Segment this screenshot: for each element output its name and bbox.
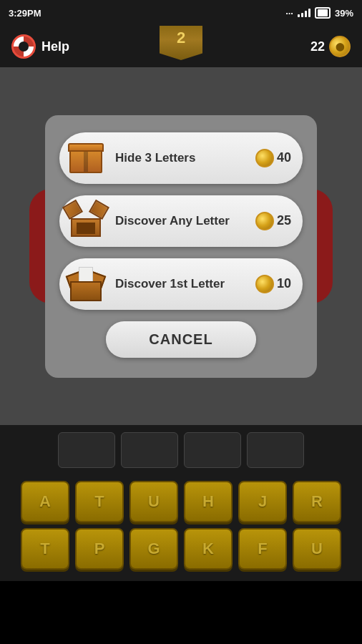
cost-coin-icon-3 [255,275,274,293]
help-button[interactable]: Help [11,34,69,59]
hide-3-label: Hide 3 Letters [115,151,247,165]
level-number: 2 [160,26,202,60]
discover-any-letter-button[interactable]: Discover Any Letter 25 [59,195,303,247]
keyboard-row-2: TPGKFU [6,528,356,570]
answer-tile-2[interactable] [121,432,178,468]
discover-first-cost-value: 10 [277,276,291,291]
key-t-10[interactable]: T [21,528,69,570]
cost-coin-icon-2 [255,212,274,230]
modal-wrapper: Hide 3 Letters 40 [45,115,317,378]
battery-percent: 39% [335,8,353,19]
key-j-04[interactable]: J [238,481,287,522]
key-u-02[interactable]: U [129,481,178,522]
life-ring-icon [11,34,36,59]
dot-indicators: ··· [285,8,293,19]
coin-icon: ⬤ [329,36,351,57]
help-label: Help [41,39,69,54]
status-bar: 3:29PM ··· 39% [0,0,362,26]
discover-first-letter-button[interactable]: Discover 1st Letter 10 [59,258,303,310]
hide-3-letters-button[interactable]: Hide 3 Letters 40 [59,132,303,184]
hide-3-cost: 40 [255,149,291,167]
level-badge: 2 [160,26,202,67]
discover-any-cost: 25 [255,212,291,230]
key-g-12[interactable]: G [129,528,178,570]
powerup-modal: Hide 3 Letters 40 [45,115,317,378]
keyboard-area: ATUHJR TPGKFU [0,475,362,581]
modal-overlay: Hide 3 Letters 40 [0,67,362,425]
cost-coin-icon [255,149,274,167]
discover-any-cost-value: 25 [277,213,291,228]
status-right: ··· 39% [285,7,353,19]
discover-any-label: Discover Any Letter [115,214,247,228]
open-box2-icon [65,263,107,305]
closed-box-icon [65,137,107,179]
battery-icon [315,7,331,19]
hide-3-cost-value: 40 [277,150,291,165]
key-h-03[interactable]: H [184,481,233,522]
coins-display: 22 ⬤ [310,36,351,57]
answer-tile-1[interactable] [58,432,115,468]
key-k-13[interactable]: K [184,528,233,570]
key-p-11[interactable]: P [75,528,124,570]
signal-icon [298,9,310,17]
answer-area [0,425,362,475]
time-display: 3:29PM [9,8,41,19]
cancel-button[interactable]: CANCEL [106,321,255,358]
open-box-icon [65,200,107,242]
key-a-00[interactable]: A [21,481,69,522]
key-u-15[interactable]: U [293,528,341,570]
discover-first-label: Discover 1st Letter [115,277,247,291]
key-t-01[interactable]: T [75,481,124,522]
answer-tile-3[interactable] [184,432,241,468]
answer-tile-4[interactable] [247,432,304,468]
coins-count: 22 [310,39,325,54]
key-r-05[interactable]: R [293,481,341,522]
game-area: Hide 3 Letters 40 [0,67,362,425]
discover-first-cost: 10 [255,275,291,293]
game-header: Help 2 22 ⬤ [0,26,362,67]
keyboard-row-1: ATUHJR [6,481,356,522]
key-f-14[interactable]: F [238,528,287,570]
